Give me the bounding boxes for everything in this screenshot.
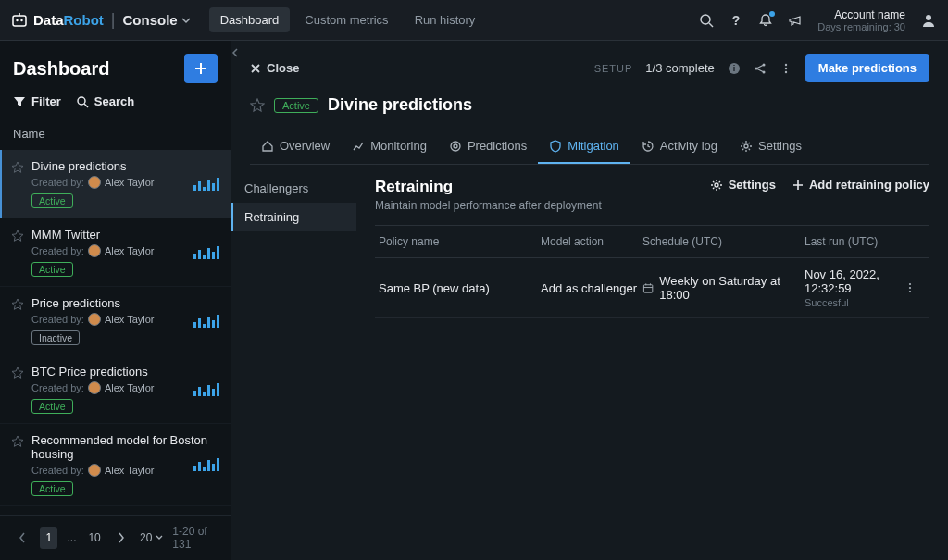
deployment-meta: Created by: Alex Taylor: [31, 244, 219, 257]
svg-point-15: [785, 63, 787, 65]
svg-rect-22: [643, 284, 652, 292]
sidebar-title: Dashboard: [13, 58, 109, 80]
subnav-challengers[interactable]: Challengers: [231, 174, 356, 203]
calendar-icon: [642, 282, 654, 294]
subnav-retraining[interactable]: Retraining: [231, 203, 356, 231]
tab-overview[interactable]: Overview: [250, 130, 341, 164]
add-retraining-policy-button[interactable]: Add retraining policy: [792, 178, 929, 192]
retraining-panel: Retraining Maintain model performance af…: [356, 165, 948, 560]
sparkline-icon: [193, 178, 219, 191]
svg-point-24: [909, 287, 911, 289]
topbar: DataRobot | Console Dashboard Custom met…: [0, 0, 948, 41]
sparkline-icon: [193, 458, 219, 471]
col-policy-name: Policy name: [379, 235, 541, 248]
retraining-settings-button[interactable]: Settings: [710, 178, 776, 192]
chart-icon: [352, 140, 365, 153]
announce-icon[interactable]: [788, 13, 803, 28]
target-icon: [449, 140, 462, 153]
account-sub: Days remaining: 30: [817, 21, 905, 32]
gear-icon: [710, 179, 723, 192]
filter-label: Filter: [31, 94, 61, 108]
collapse-sidebar[interactable]: [231, 46, 240, 59]
settings-label: Settings: [729, 178, 776, 192]
filter-button[interactable]: Filter: [13, 94, 61, 108]
star-icon[interactable]: [11, 435, 24, 496]
svg-point-18: [451, 142, 460, 151]
bell-icon[interactable]: [758, 13, 773, 28]
share-icon[interactable]: [754, 62, 767, 75]
plus-icon: [792, 180, 804, 191]
deployment-item[interactable]: Divine predictions Created by: Alex Tayl…: [0, 150, 231, 218]
table-row[interactable]: Same BP (new data) Add as challenger Wee…: [375, 258, 929, 318]
star-icon[interactable]: [11, 161, 24, 208]
svg-point-4: [701, 15, 710, 24]
status-badge: Active: [31, 399, 73, 414]
svg-line-5: [709, 23, 713, 27]
topnav-run-history[interactable]: Run history: [404, 7, 487, 32]
add-deployment-button[interactable]: [184, 54, 218, 83]
svg-text:i: i: [733, 64, 736, 73]
deployment-title: Divine predictions: [328, 95, 472, 115]
svg-point-2: [20, 19, 22, 20]
table-header: Policy name Model action Schedule (UTC) …: [375, 225, 929, 258]
pager-page-10[interactable]: 10: [85, 527, 103, 549]
more-icon[interactable]: [780, 62, 792, 75]
deployment-item[interactable]: Price predictions Created by: Alex Taylo…: [0, 287, 231, 355]
pager-next[interactable]: [113, 527, 131, 549]
svg-text:?: ?: [732, 13, 741, 28]
deployment-item[interactable]: BTC Price predictions Created by: Alex T…: [0, 355, 231, 424]
tab-predictions[interactable]: Predictions: [438, 130, 538, 164]
user-avatar-icon: [88, 313, 101, 326]
search-button[interactable]: Search: [76, 94, 134, 108]
cell-model-action: Add as challenger: [541, 281, 642, 295]
pager-size[interactable]: 20: [140, 527, 163, 549]
search-icon[interactable]: [699, 13, 714, 28]
tab-settings[interactable]: Settings: [729, 130, 813, 164]
console-dropdown[interactable]: Console: [123, 12, 191, 28]
panel-title: Retraining: [375, 178, 602, 196]
help-icon[interactable]: ?: [729, 13, 743, 28]
account-info[interactable]: Account name Days remaining: 30: [817, 8, 905, 32]
svg-point-19: [454, 144, 457, 148]
row-menu-button[interactable]: [904, 281, 926, 294]
deployment-status-badge: Active: [274, 98, 318, 113]
account-name: Account name: [817, 8, 905, 21]
user-avatar-icon: [88, 176, 101, 189]
tab-activity-log[interactable]: Activity log: [630, 130, 729, 164]
setup-count: 1/3 complete: [645, 61, 714, 75]
star-icon[interactable]: [11, 298, 24, 345]
deployment-item[interactable]: Readmitted Created by: Alex Taylor Activ…: [0, 506, 231, 515]
deployment-item[interactable]: MMM Twitter Created by: Alex Taylor Acti…: [0, 218, 231, 287]
tab-monitoring[interactable]: Monitoring: [341, 130, 438, 164]
robot-icon: [11, 12, 28, 29]
star-icon[interactable]: [11, 367, 24, 414]
tab-mitigation[interactable]: Mitigation: [538, 130, 630, 164]
make-predictions-button[interactable]: Make predictions: [805, 54, 929, 82]
col-schedule: Schedule (UTC): [642, 235, 805, 248]
topnav-custom-metrics[interactable]: Custom metrics: [293, 7, 399, 32]
top-nav: Dashboard Custom metrics Run history: [209, 7, 487, 32]
topnav-dashboard[interactable]: Dashboard: [209, 7, 291, 32]
logo[interactable]: DataRobot: [11, 12, 104, 29]
deployment-name: Divine predictions: [31, 159, 219, 173]
logo-divider: |: [111, 10, 116, 30]
user-icon[interactable]: [920, 12, 937, 29]
info-icon[interactable]: i: [728, 62, 741, 75]
pager-prev[interactable]: [13, 527, 31, 549]
svg-point-23: [909, 283, 911, 285]
pager-dots: ...: [67, 531, 76, 544]
favorite-star-icon[interactable]: [250, 98, 265, 113]
star-icon[interactable]: [11, 230, 24, 277]
main-panel: Close SETUP 1/3 complete i Make predicti…: [231, 41, 948, 560]
tabs: Overview Monitoring Predictions Mitigati…: [250, 130, 929, 165]
filter-icon: [13, 95, 26, 108]
deployment-name: Recommended model for Boston housing: [31, 433, 219, 461]
cell-last-run: Nov 16, 2022, 12:32:59 Succesful: [805, 268, 904, 308]
setup-label: SETUP: [594, 63, 633, 74]
svg-line-9: [84, 104, 88, 107]
close-button[interactable]: Close: [250, 61, 299, 75]
deployment-item[interactable]: Recommended model for Boston housing Cre…: [0, 424, 231, 506]
pager-page-1[interactable]: 1: [40, 527, 57, 549]
history-icon: [642, 140, 655, 153]
deployment-meta: Created by: Alex Taylor: [31, 313, 219, 326]
